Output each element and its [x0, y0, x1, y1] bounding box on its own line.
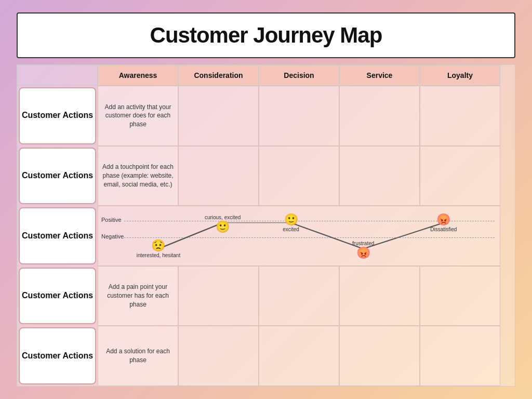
journey-map-table: Awareness Consideration Decision Service…: [17, 64, 515, 387]
row-label-0: Customer Actions: [19, 87, 96, 144]
emotion-point-0: 😟 interested, hesitant: [137, 240, 181, 258]
cell-0-3[interactable]: [339, 86, 420, 146]
header-empty: [17, 65, 98, 86]
cell-4-3[interactable]: [339, 326, 420, 386]
cell-0-0[interactable]: Add an activity that your customer does …: [98, 86, 178, 146]
col-header-awareness: Awareness: [98, 65, 178, 86]
negative-label: Negative: [101, 233, 124, 240]
cell-3-4[interactable]: [420, 266, 500, 326]
emotion-point-1: curious, excited 🙂: [205, 213, 241, 232]
emotion-row: Positive Negative: [98, 206, 500, 266]
emotion-canvas: Positive Negative: [98, 206, 500, 265]
col-header-consideration: Consideration: [178, 65, 259, 86]
cell-1-0[interactable]: Add a touchpoint for each phase (example…: [98, 146, 178, 206]
cell-4-2[interactable]: [259, 326, 339, 386]
cell-4-1[interactable]: [178, 326, 259, 386]
row-label-1: Customer Actions: [19, 148, 96, 205]
row-label-4: Customer Actions: [19, 327, 96, 384]
negative-dashed-line: [124, 237, 495, 238]
main-container: Customer Journey Map Awareness Considera…: [17, 12, 515, 387]
positive-label: Positive: [101, 217, 122, 223]
col-header-service: Service: [339, 65, 420, 86]
cell-4-4[interactable]: [420, 326, 500, 386]
emotion-point-2: 🙂 excited: [283, 214, 299, 232]
cell-0-4[interactable]: [420, 86, 500, 146]
page-title: Customer Journey Map: [150, 23, 382, 47]
cell-3-3[interactable]: [339, 266, 420, 326]
row-label-3: Customer Actions: [19, 268, 96, 325]
cell-3-2[interactable]: [259, 266, 339, 326]
title-box: Customer Journey Map: [17, 12, 515, 58]
col-header-loyalty: Loyalty: [420, 65, 500, 86]
cell-0-1[interactable]: [178, 86, 259, 146]
cell-1-2[interactable]: [259, 146, 339, 206]
emotion-point-4: 😠 Dissatisfied: [430, 214, 457, 232]
cell-1-4[interactable]: [420, 146, 500, 206]
row-label-2: Customer Actions: [19, 207, 96, 264]
cell-4-0[interactable]: Add a solution for each phase: [98, 326, 178, 386]
col-header-decision: Decision: [259, 65, 339, 86]
cell-3-1[interactable]: [178, 266, 259, 326]
cell-1-3[interactable]: [339, 146, 420, 206]
cell-0-2[interactable]: [259, 86, 339, 146]
cell-3-0[interactable]: Add a pain point your customer has for e…: [98, 266, 178, 326]
emotion-point-3: frustrated 😠: [352, 239, 374, 258]
cell-1-1[interactable]: [178, 146, 259, 206]
